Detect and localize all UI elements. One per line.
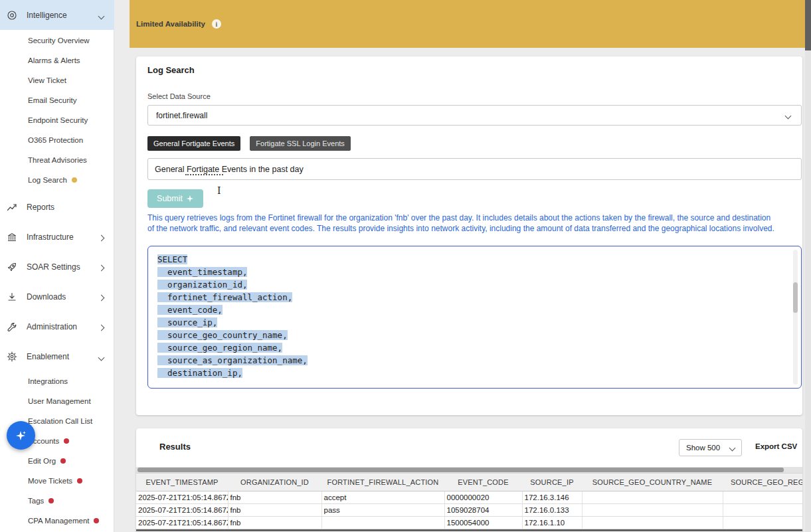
column-header[interactable]: EVENT_CODE — [444, 474, 522, 491]
sidebar-item-label: Alarms & Alerts — [28, 56, 80, 64]
sidebar-item-label: Administration — [27, 322, 77, 331]
column-header[interactable]: FORTINET_FIREWALL_ACTION — [321, 474, 444, 491]
query-description: This query retrieves logs from the Forti… — [147, 213, 778, 234]
sidebar-item-intelligence[interactable]: Intelligence — [0, 0, 114, 30]
submit-button[interactable]: Submit — [147, 189, 203, 208]
table-row[interactable]: 2025-07-21T21:05:14.867Z fnb pass 105902… — [136, 504, 802, 517]
sidebar-item-tags[interactable]: Tags — [0, 491, 114, 511]
results-title: Results — [159, 442, 191, 452]
table-cell — [723, 491, 802, 504]
table-cell: 2025-07-21T21:05:14.867Z — [136, 491, 228, 504]
log-search-card: Log Search Select Data Source fortinet.f… — [136, 56, 802, 415]
sidebar-item-label: View Ticket — [28, 76, 66, 84]
sidebar-item-label: Infrastructure — [27, 232, 74, 242]
sidebar-item-move-tickets[interactable]: Move Tickets — [0, 471, 114, 491]
table-cell: 2025-07-21T21:05:14.867Z — [136, 504, 228, 517]
soar-settings-icon — [7, 262, 27, 272]
export-csv-button[interactable]: Export CSV — [755, 442, 797, 450]
sidebar-item-label: SOAR Settings — [27, 262, 80, 272]
table-row[interactable]: 2025-07-21T21:05:14.867Z fnb 1500054000 … — [136, 517, 802, 529]
chevron-down-icon — [785, 113, 792, 120]
sidebar-item-user-management[interactable]: User Management — [0, 391, 114, 411]
sidebar-item-infrastructure[interactable]: Infrastructure — [0, 222, 114, 252]
column-header[interactable]: SOURCE_GEO_COUNTRY_NAME — [582, 474, 723, 491]
sidebar-item-downloads[interactable]: Downloads — [0, 282, 114, 311]
sidebar-item-threat-advisories[interactable]: Threat Advisories — [0, 150, 114, 170]
table-cell: 0000000020 — [444, 491, 522, 504]
sidebar-item-security-overview[interactable]: Security Overview — [0, 31, 114, 50]
sql-line: organization_id, — [157, 278, 792, 291]
table-bottom-scrollbar[interactable] — [136, 529, 802, 531]
code-scrollbar-track[interactable] — [793, 250, 798, 385]
sidebar-item-enablement[interactable]: Enablement — [0, 342, 114, 371]
query-preset-tabs: General Fortigate Events Fortigate SSL L… — [147, 136, 351, 151]
sidebar-item-soar-settings[interactable]: SOAR Settings — [0, 252, 114, 282]
page-scrollbar-track[interactable] — [805, 0, 811, 532]
table-cell: 172.16.0.133 — [522, 504, 582, 517]
horizontal-scrollbar[interactable] — [136, 467, 802, 473]
ai-assistant-fab[interactable] — [7, 421, 35, 450]
status-dot-red — [64, 438, 69, 444]
sidebar-item-label: Move Tickets — [28, 477, 72, 485]
sparkle-icon — [15, 429, 28, 442]
sidebar-item-log-search[interactable]: Log Search — [0, 170, 114, 190]
table-cell — [723, 504, 802, 517]
show-count-select[interactable]: Show 500 — [679, 439, 742, 456]
sidebar-item-email-security[interactable]: Email Security — [0, 90, 114, 110]
table-cell: 2025-07-21T21:05:14.867Z — [136, 517, 228, 529]
sidebar-item-endpoint-security[interactable]: Endpoint Security — [0, 110, 114, 130]
table-cell: pass — [321, 504, 444, 517]
chevron-down-icon — [99, 9, 104, 21]
table-cell: 172.16.1.10 — [522, 517, 582, 529]
sidebar-item-label: Intelligence — [27, 11, 67, 20]
table-cell — [582, 517, 723, 529]
code-scrollbar-thumb[interactable] — [793, 282, 798, 313]
status-dot-red — [94, 518, 99, 523]
sql-query-block[interactable]: SELECT event_timestamp, organization_id,… — [147, 246, 802, 389]
sidebar-item-label: Threat Advisories — [28, 156, 87, 164]
sidebar-item-cpa-management[interactable]: CPA Management — [0, 511, 114, 531]
sidebar-item-view-ticket[interactable]: View Ticket — [0, 70, 114, 90]
app-root: Intelligence Security Overview Alarms & … — [0, 0, 811, 532]
sidebar-item-edit-org[interactable]: Edit Org — [0, 451, 114, 471]
tab-general-fortigate-events[interactable]: General Fortigate Events — [147, 136, 240, 151]
status-dot-yellow — [72, 177, 77, 183]
sidebar-item-o365-protection[interactable]: O365 Protection — [0, 130, 114, 150]
sidebar-item-label: Enablement — [27, 352, 69, 361]
sql-line: SELECT — [157, 253, 792, 266]
sparkle-icon — [186, 195, 194, 203]
sql-line: destination_ip, — [157, 367, 792, 379]
sidebar-item-integrations[interactable]: Integrations — [0, 371, 114, 391]
table-row[interactable]: 2025-07-21T21:05:14.867Z fnb accept 0000… — [136, 491, 802, 504]
sidebar-item-label: O365 Protection — [28, 136, 83, 144]
sidebar-item-label: Integrations — [28, 377, 68, 385]
infrastructure-icon — [7, 232, 27, 242]
data-source-select[interactable]: fortinet.firewall — [147, 105, 802, 126]
column-header[interactable]: ORGANIZATION_ID — [228, 474, 321, 491]
column-header[interactable]: SOURCE_GEO_REGION_NAME — [723, 474, 802, 491]
query-input[interactable] — [147, 158, 802, 180]
table-cell — [321, 517, 444, 529]
chevron-right-icon — [99, 261, 104, 273]
wrench-icon — [7, 321, 27, 332]
limited-availability-banner: Limited Availability i — [130, 0, 811, 48]
tab-fortigate-ssl-login-events[interactable]: Fortigate SSL Login Events — [250, 136, 351, 151]
submit-label: Submit — [157, 194, 183, 203]
sidebar-item-reports[interactable]: Reports — [0, 193, 114, 222]
data-source-label: Select Data Source — [147, 92, 211, 100]
info-icon[interactable]: i — [212, 19, 221, 29]
sidebar-item-label: Email Security — [28, 96, 77, 104]
column-header[interactable]: EVENT_TIMESTAMP — [136, 474, 228, 491]
chevron-right-icon — [99, 321, 104, 333]
sidebar-item-label: Log Search — [28, 176, 67, 184]
page-scrollbar-thumb[interactable] — [805, 0, 811, 50]
sidebar-item-alarms-alerts[interactable]: Alarms & Alerts — [0, 50, 114, 70]
table-cell: 172.16.3.146 — [522, 491, 582, 504]
text-cursor: I — [217, 185, 221, 196]
column-header[interactable]: SOURCE_IP — [522, 474, 582, 491]
sidebar-item-administration[interactable]: Administration — [0, 312, 114, 341]
sql-line: source_as_organization_name, — [157, 354, 792, 367]
log-search-title: Log Search — [147, 65, 195, 75]
sql-line: event_timestamp, — [157, 266, 792, 278]
horizontal-scrollbar-thumb[interactable] — [137, 468, 784, 472]
